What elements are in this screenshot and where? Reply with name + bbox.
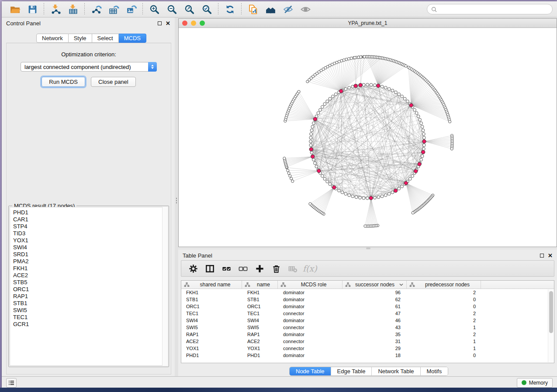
criterion-dropdown[interactable]: largest connected component (undirected)	[21, 62, 157, 72]
graph-node[interactable]	[374, 196, 377, 199]
table-row[interactable]: STB1STB1dominator620	[181, 296, 554, 303]
table-row[interactable]: YOX1YOX1connector291	[181, 345, 554, 352]
column-header-shared-name[interactable]: shared name	[181, 281, 242, 289]
columns-button[interactable]	[201, 262, 218, 275]
open-file-button[interactable]	[6, 3, 24, 16]
close-panel-button[interactable]: Close panel	[91, 77, 136, 87]
task-history-button[interactable]	[6, 378, 17, 388]
graph-node[interactable]	[351, 195, 354, 198]
graph-leaf-node[interactable]	[287, 169, 289, 172]
zoom-selected-button[interactable]	[198, 3, 215, 16]
graph-node[interactable]	[387, 193, 391, 196]
graph-node[interactable]	[338, 189, 341, 192]
graph-node[interactable]	[341, 191, 344, 194]
graph-node[interactable]	[387, 88, 391, 91]
graph-hub-node[interactable]	[354, 84, 357, 88]
table-row[interactable]: SWI4SWI4dominator462	[181, 317, 554, 324]
graph-node[interactable]	[321, 175, 324, 178]
import-table-button[interactable]	[64, 3, 82, 16]
hide-selected-button[interactable]	[279, 3, 297, 16]
import-network-button[interactable]	[47, 3, 64, 16]
graph-node[interactable]	[419, 118, 422, 121]
tab-style[interactable]: Style	[69, 34, 92, 43]
graph-node[interactable]	[401, 185, 404, 188]
graph-hub-node[interactable]	[359, 83, 362, 87]
graph-node[interactable]	[359, 196, 362, 199]
graph-node[interactable]	[323, 103, 326, 106]
graph-node[interactable]	[394, 91, 398, 94]
attributes-button[interactable]	[185, 262, 201, 275]
table-row[interactable]: FKH1FKH1dominator962	[181, 289, 554, 296]
graph-node[interactable]	[362, 83, 365, 86]
graph-node[interactable]	[422, 144, 426, 147]
export-image-button[interactable]	[122, 3, 140, 16]
table-row[interactable]: ACE2ACE2connector311	[181, 338, 554, 345]
table-scrollbar-thumb[interactable]	[549, 291, 553, 333]
graph-node[interactable]	[329, 97, 332, 100]
graph-leaf-node[interactable]	[289, 175, 291, 177]
graph-node[interactable]	[309, 140, 312, 143]
graph-hub-node[interactable]	[418, 162, 421, 166]
graph-node[interactable]	[384, 86, 387, 89]
close-table-panel-icon[interactable]: ✕	[548, 253, 553, 258]
graph-node[interactable]	[374, 84, 377, 87]
graph-hub-node[interactable]	[309, 148, 313, 151]
run-mcds-button[interactable]: Run MCDS	[42, 77, 85, 87]
graph-node[interactable]	[413, 108, 416, 111]
graph-hub-node[interactable]	[332, 186, 336, 189]
table-row[interactable]: SWI5SWI5connector431	[181, 324, 554, 331]
graph-node[interactable]	[326, 100, 329, 103]
zoom-fit-button[interactable]	[180, 3, 198, 16]
search-box[interactable]	[427, 4, 553, 14]
result-list-scrollbar[interactable]	[162, 207, 168, 366]
table-row[interactable]: RAP1RAP1dominator352	[181, 331, 554, 338]
graph-node[interactable]	[381, 85, 384, 88]
refresh-layout-button[interactable]	[221, 3, 239, 16]
graph-node[interactable]	[377, 196, 380, 199]
graph-hub-node[interactable]	[409, 103, 413, 107]
graph-node[interactable]	[422, 129, 425, 132]
table-row[interactable]: PHD1PHD1dominator180	[181, 352, 554, 359]
graph-node[interactable]	[329, 182, 332, 186]
deselect-all-button[interactable]	[235, 262, 251, 275]
graph-leaf-node[interactable]	[405, 65, 407, 67]
table-row[interactable]: TEC1TEC1connector472	[181, 310, 554, 317]
graph-node[interactable]	[401, 95, 404, 98]
tab-select[interactable]: Select	[92, 34, 119, 43]
graph-hub-node[interactable]	[377, 84, 380, 87]
graph-node[interactable]	[422, 148, 426, 151]
graph-hub-node[interactable]	[339, 89, 343, 93]
search-input[interactable]	[437, 6, 549, 12]
graph-leaf-node[interactable]	[450, 148, 453, 150]
graph-leaf-node[interactable]	[298, 90, 300, 93]
tab-edge-table[interactable]: Edge Table	[331, 367, 372, 375]
graph-node[interactable]	[406, 100, 409, 103]
graph-leaf-node[interactable]	[290, 177, 293, 180]
tab-motifs[interactable]: Motifs	[421, 367, 448, 375]
graph-node[interactable]	[355, 196, 358, 199]
tab-mcds[interactable]: MCDS	[119, 34, 146, 43]
graph-leaf-node[interactable]	[287, 172, 290, 175]
graph-hub-node[interactable]	[313, 117, 317, 121]
column-header-predecessor-nodes[interactable]: predecessor nodes	[407, 281, 481, 289]
graph-leaf-node[interactable]	[347, 58, 350, 60]
network-canvas[interactable]	[179, 28, 557, 247]
graph-node[interactable]	[417, 115, 420, 118]
graph-node[interactable]	[312, 122, 315, 125]
graph-leaf-node[interactable]	[360, 56, 362, 58]
graph-node[interactable]	[415, 112, 418, 115]
new-network-from-selection-button[interactable]	[244, 3, 262, 16]
zoom-out-button[interactable]	[163, 3, 180, 16]
graph-node[interactable]	[366, 197, 369, 200]
graph-node[interactable]	[323, 177, 326, 180]
graph-node[interactable]	[421, 155, 424, 158]
mcds-result-list[interactable]: PHD1CAR1STP4TID3YOX1SWI4SRD1PMA2FKH1ACE2…	[10, 207, 168, 366]
graph-node[interactable]	[421, 125, 424, 128]
graph-node[interactable]	[312, 158, 315, 161]
select-all-button[interactable]	[218, 262, 235, 275]
graph-node[interactable]	[315, 165, 318, 168]
graph-node[interactable]	[384, 194, 387, 197]
graph-hub-node[interactable]	[369, 196, 373, 200]
column-header-successor-nodes[interactable]: successor nodes	[343, 281, 407, 289]
graph-node[interactable]	[398, 93, 401, 96]
